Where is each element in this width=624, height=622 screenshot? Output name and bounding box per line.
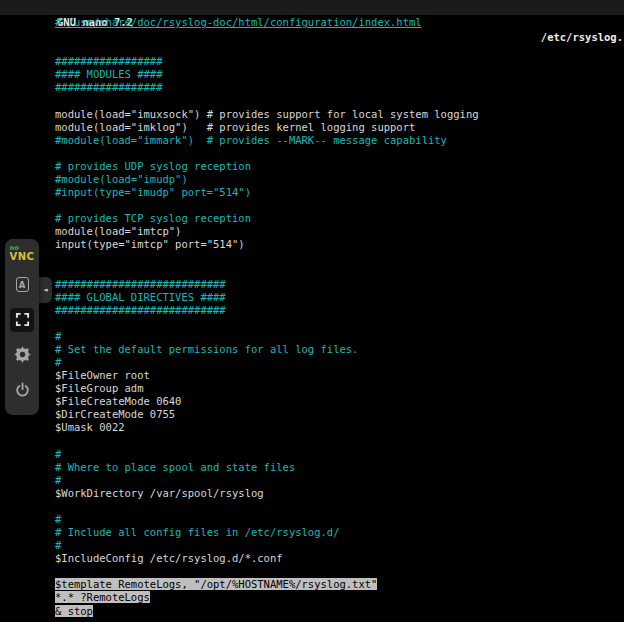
editor-line <box>55 199 624 212</box>
novnc-logo-bottom: VNC <box>10 252 35 262</box>
editor-line: # <box>55 513 624 526</box>
editor-line: $FileCreateMode 0640 <box>55 395 624 408</box>
editor-line: #### MODULES #### <box>55 68 624 81</box>
editor-line: #### GLOBAL DIRECTIVES #### <box>55 291 624 304</box>
editor-line: # Include all config files in /etc/rsysl… <box>55 526 624 539</box>
editor-content[interactable]: # /usr/share/doc/rsyslog-doc/html/config… <box>55 16 624 622</box>
editor-line: # Set the default permissions for all lo… <box>55 343 624 356</box>
editor-line: # <box>55 356 624 369</box>
editor-line: $DirCreateMode 0755 <box>55 408 624 421</box>
vnc-panel-collapse-handle[interactable]: ◄ <box>39 277 52 303</box>
editor-line: # provides TCP syslog reception <box>55 212 624 225</box>
editor-line: $WorkDirectory /var/spool/rsyslog <box>55 487 624 500</box>
editor-line: # <box>55 539 624 552</box>
editor-line <box>55 42 624 55</box>
editor-line: module(load="imuxsock") # provides suppo… <box>55 108 624 121</box>
editor-line <box>55 147 624 160</box>
editor-line: #module(load="imudp") <box>55 173 624 186</box>
editor-line: $FileGroup adm <box>55 382 624 395</box>
editor-line: $template RemoteLogs, "/opt/%HOSTNAME%/r… <box>55 578 624 591</box>
fullscreen-icon <box>15 312 30 327</box>
power-icon <box>15 382 30 397</box>
editor-line: # <box>55 330 624 343</box>
editor-line <box>55 565 624 578</box>
editor-line: ########################### <box>55 304 624 317</box>
power-button[interactable] <box>10 378 34 402</box>
editor-line <box>55 29 624 42</box>
editor-line: *.* ?RemoteLogs <box>55 591 624 604</box>
gear-icon <box>14 346 31 363</box>
editor-line: ########################### <box>55 278 624 291</box>
editor-line: $Umask 0022 <box>55 421 624 434</box>
novnc-logo: no VNC <box>10 245 35 262</box>
editor-line <box>55 435 624 448</box>
editor-line <box>55 251 624 264</box>
selected-text: *.* ?RemoteLogs <box>55 591 150 603</box>
collapse-arrow-icon: ◄ <box>43 286 47 294</box>
selected-text: $template RemoteLogs, "/opt/%HOSTNAME%/r… <box>55 578 377 590</box>
editor-line: # Where to place spool and state files <box>55 461 624 474</box>
editor-line: # /usr/share/doc/rsyslog-doc/html/config… <box>55 16 624 29</box>
editor-line: #module(load="immark") # provides --MARK… <box>55 134 624 147</box>
editor-line <box>55 500 624 513</box>
editor-line: # <box>55 448 624 461</box>
screen: { "titlebar": { "app": "GNU nano 7.2", "… <box>0 0 624 622</box>
editor-line: # provides UDP syslog reception <box>55 160 624 173</box>
editor-line: module(load="imtcp") <box>55 225 624 238</box>
editor-line: input(type="imtcp" port="514") <box>55 238 624 251</box>
editor-line: $FileOwner root <box>55 369 624 382</box>
clipboard-a-icon: A <box>16 277 29 292</box>
editor-line: ################# <box>55 55 624 68</box>
editor-line: ################# <box>55 81 624 94</box>
editor-line: module(load="imklog") # provides kernel … <box>55 121 624 134</box>
editor-line: #input(type="imudp" port="514") <box>55 186 624 199</box>
fullscreen-button[interactable] <box>10 308 34 332</box>
editor-line: $IncludeConfig /etc/rsyslog.d/*.conf <box>55 552 624 565</box>
editor-line: & stop <box>55 605 624 618</box>
nano-titlebar: GNU nano 7.2 /etc/rsyslog. <box>0 0 624 15</box>
editor-line <box>55 264 624 277</box>
editor-line: # <box>55 474 624 487</box>
editor-line <box>55 94 624 107</box>
vnc-control-bar: no VNC A <box>5 239 39 415</box>
clipboard-button[interactable]: A <box>10 273 34 297</box>
selected-text: & stop <box>55 605 93 617</box>
settings-button[interactable] <box>10 343 34 367</box>
editor-line <box>55 317 624 330</box>
